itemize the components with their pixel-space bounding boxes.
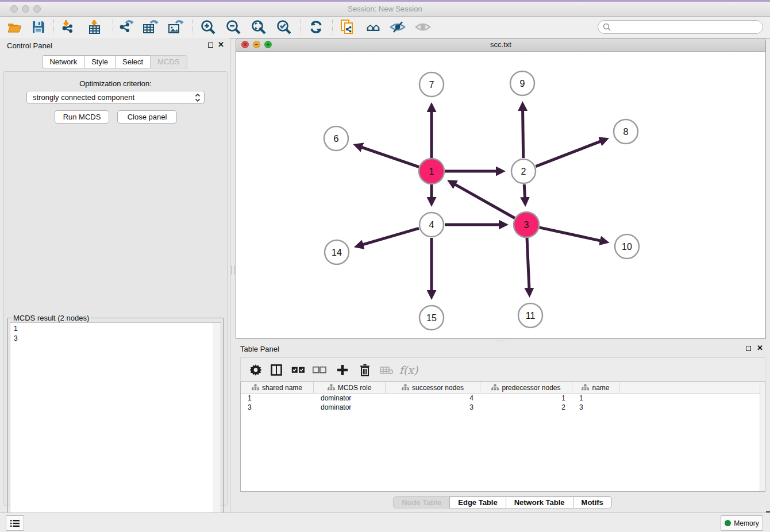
zoom-selected-icon[interactable] bbox=[274, 18, 294, 36]
export-table-icon[interactable] bbox=[141, 18, 160, 36]
table-settings-icon[interactable] bbox=[247, 361, 265, 379]
column-header-successor-nodes[interactable]: successor nodes bbox=[386, 382, 480, 393]
tab-node-table[interactable]: Node Table bbox=[393, 496, 450, 508]
memory-button[interactable]: Memory bbox=[721, 515, 763, 531]
fx-button: f(x) bbox=[399, 361, 418, 379]
control-panel: Control Panel ✕ NetworkStyleSelectMCDS O… bbox=[0, 38, 230, 512]
tab-edge-table[interactable]: Edge Table bbox=[449, 496, 506, 508]
float-table-panel-icon[interactable] bbox=[746, 346, 751, 351]
tab-style[interactable]: Style bbox=[84, 55, 116, 68]
delete-icon[interactable] bbox=[356, 361, 374, 379]
table-cell[interactable]: 1 bbox=[480, 394, 572, 403]
table-cell[interactable]: 3 bbox=[241, 403, 314, 412]
graph-node-1[interactable]: 1 bbox=[419, 159, 444, 184]
toggle-columns-icon[interactable] bbox=[267, 361, 286, 379]
export-network-icon[interactable] bbox=[116, 18, 136, 36]
graph-edge-2-9[interactable] bbox=[522, 105, 523, 158]
table-row[interactable]: 3dominator323 bbox=[241, 403, 765, 412]
float-panel-icon[interactable] bbox=[208, 43, 213, 48]
tab-motifs[interactable]: Motifs bbox=[573, 496, 612, 508]
svg-text:1: 1 bbox=[429, 167, 434, 176]
table-panel-tabs: Node TableEdge TableNetwork TableMotifs bbox=[236, 496, 770, 508]
memory-status-icon bbox=[725, 520, 731, 526]
graph-node-2[interactable]: 2 bbox=[511, 159, 536, 183]
graph-edge-2-8[interactable] bbox=[536, 139, 606, 166]
network-view-window: × − + scc.txt 1234678910111415 bbox=[236, 38, 766, 339]
table-cell[interactable]: 2 bbox=[480, 403, 572, 412]
zoom-in-icon[interactable] bbox=[198, 18, 218, 36]
tab-mcds[interactable]: MCDS bbox=[150, 55, 187, 68]
hide-selected-icon[interactable] bbox=[388, 18, 407, 36]
table-cell[interactable]: 1 bbox=[241, 394, 314, 403]
import-network-icon[interactable] bbox=[58, 18, 78, 36]
graph-edge-3-10[interactable] bbox=[539, 228, 606, 242]
mcds-panel-body: Optimization criterion: strongly connect… bbox=[3, 71, 228, 506]
graph-node-9[interactable]: 9 bbox=[510, 71, 534, 95]
table-cell[interactable]: 3 bbox=[572, 403, 619, 412]
table-cell[interactable]: 4 bbox=[386, 394, 480, 403]
table-toolbar: f(x) bbox=[240, 357, 765, 382]
svg-text:8: 8 bbox=[623, 127, 629, 137]
zoom-out-icon[interactable] bbox=[224, 18, 243, 36]
show-all-icon[interactable] bbox=[413, 18, 433, 36]
graph-edge-4-14[interactable] bbox=[357, 228, 419, 246]
column-header-shared-name[interactable]: shared name bbox=[241, 382, 314, 393]
graph-node-11[interactable]: 11 bbox=[518, 303, 542, 327]
search-input[interactable] bbox=[613, 22, 753, 32]
graph-node-6[interactable]: 6 bbox=[324, 126, 348, 151]
toolbar-separator bbox=[301, 20, 301, 34]
graph-node-3[interactable]: 3 bbox=[514, 212, 539, 237]
add-icon[interactable] bbox=[333, 361, 352, 379]
table-scrollbar[interactable] bbox=[760, 382, 765, 491]
network-canvas[interactable]: 1234678910111415 bbox=[236, 51, 765, 338]
memory-label: Memory bbox=[734, 519, 759, 527]
table-cell[interactable]: 3 bbox=[386, 403, 480, 412]
task-history-button[interactable] bbox=[6, 515, 24, 531]
toolbar-separator bbox=[113, 20, 113, 34]
graph-node-7[interactable]: 7 bbox=[419, 72, 444, 97]
graph-node-15[interactable]: 15 bbox=[419, 306, 444, 330]
export-image-icon[interactable] bbox=[166, 18, 186, 36]
close-panel-button[interactable]: Close panel bbox=[117, 110, 177, 124]
close-table-panel-icon[interactable]: ✕ bbox=[757, 344, 763, 352]
save-session-icon[interactable] bbox=[29, 18, 48, 36]
tab-network[interactable]: Network bbox=[42, 55, 84, 68]
svg-text:14: 14 bbox=[332, 248, 342, 257]
import-table-icon[interactable] bbox=[85, 18, 105, 36]
deselect-all-rows-icon[interactable] bbox=[310, 361, 329, 379]
first-neighbors-icon[interactable]: ⌂⌂ bbox=[363, 18, 382, 36]
graph-edge-3-11[interactable] bbox=[527, 238, 529, 294]
column-type-icon bbox=[582, 384, 589, 391]
tab-network-table[interactable]: Network Table bbox=[506, 496, 573, 508]
run-mcds-button[interactable]: Run MCDS bbox=[55, 110, 109, 124]
graph-edge-3-1[interactable] bbox=[450, 182, 515, 218]
graph-node-8[interactable]: 8 bbox=[614, 119, 638, 144]
graph-node-4[interactable]: 4 bbox=[419, 213, 444, 237]
svg-text:4: 4 bbox=[429, 220, 434, 230]
zoom-fit-icon[interactable] bbox=[249, 18, 268, 36]
refresh-icon[interactable] bbox=[306, 18, 326, 36]
table-cell[interactable]: 1 bbox=[572, 394, 619, 403]
table-cell[interactable]: dominator bbox=[314, 394, 386, 403]
column-header-predecessor-nodes[interactable]: predecessor nodes bbox=[480, 382, 572, 393]
criterion-select[interactable]: strongly connected component bbox=[26, 91, 205, 104]
column-header-name[interactable]: name bbox=[572, 382, 619, 393]
table-cell[interactable]: dominator bbox=[314, 403, 386, 412]
open-session-icon[interactable] bbox=[5, 18, 24, 36]
graph-node-14[interactable]: 14 bbox=[325, 240, 349, 264]
tab-select[interactable]: Select bbox=[115, 55, 151, 68]
column-header-MCDS-role[interactable]: MCDS role bbox=[314, 382, 386, 393]
node-table: shared nameMCDS rolesuccessor nodesprede… bbox=[240, 381, 765, 492]
mcds-result-scrollbar[interactable] bbox=[213, 322, 221, 532]
mcds-result-text[interactable]: 1 3 bbox=[10, 322, 213, 532]
graph-node-10[interactable]: 10 bbox=[615, 234, 639, 259]
duplicate-network-icon[interactable] bbox=[338, 18, 357, 36]
application-window: Session: New Session bbox=[0, 0, 770, 532]
vertical-splitter-handle[interactable] bbox=[231, 265, 235, 275]
close-panel-icon[interactable]: ✕ bbox=[218, 40, 224, 49]
select-all-rows-icon[interactable] bbox=[289, 361, 307, 379]
graph-edge-1-6[interactable] bbox=[356, 145, 419, 167]
search-box[interactable] bbox=[598, 20, 763, 34]
graph-edge-2-3[interactable] bbox=[524, 184, 525, 203]
table-row[interactable]: 1dominator411 bbox=[241, 394, 765, 403]
